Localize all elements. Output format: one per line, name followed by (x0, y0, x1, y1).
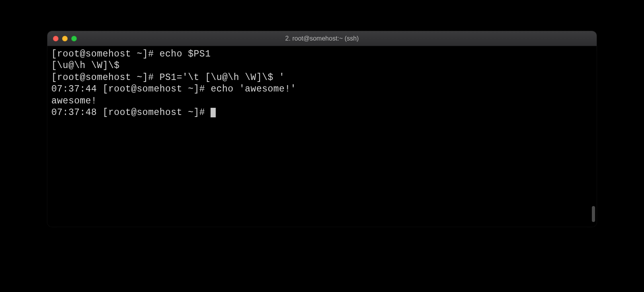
terminal-line: [\u@\h \W]\$ (51, 60, 593, 72)
terminal-line: [root@somehost ~]# PS1='\t [\u@\h \W]\$ … (51, 72, 593, 84)
minimize-button[interactable] (62, 36, 68, 41)
close-button[interactable] (53, 36, 59, 41)
terminal-prompt: 07:37:48 [root@somehost ~]# (51, 107, 211, 118)
terminal-prompt-line: 07:37:48 [root@somehost ~]# (51, 107, 593, 119)
scrollbar-track[interactable] (590, 46, 595, 225)
title-bar[interactable]: 2. root@somehost:~ (ssh) (47, 31, 597, 46)
terminal-line: awesome! (51, 95, 593, 107)
window-title: 2. root@somehost:~ (ssh) (285, 35, 359, 42)
terminal-line: [root@somehost ~]# echo $PS1 (51, 49, 593, 60)
traffic-lights (53, 36, 77, 41)
scrollbar-thumb[interactable] (592, 206, 595, 222)
maximize-button[interactable] (71, 36, 77, 41)
terminal-content[interactable]: [root@somehost ~]# echo $PS1 [\u@\h \W]\… (47, 46, 597, 227)
cursor (211, 108, 216, 117)
terminal-window: 2. root@somehost:~ (ssh) [root@somehost … (47, 31, 597, 227)
terminal-line: 07:37:44 [root@somehost ~]# echo 'awesom… (51, 84, 593, 95)
